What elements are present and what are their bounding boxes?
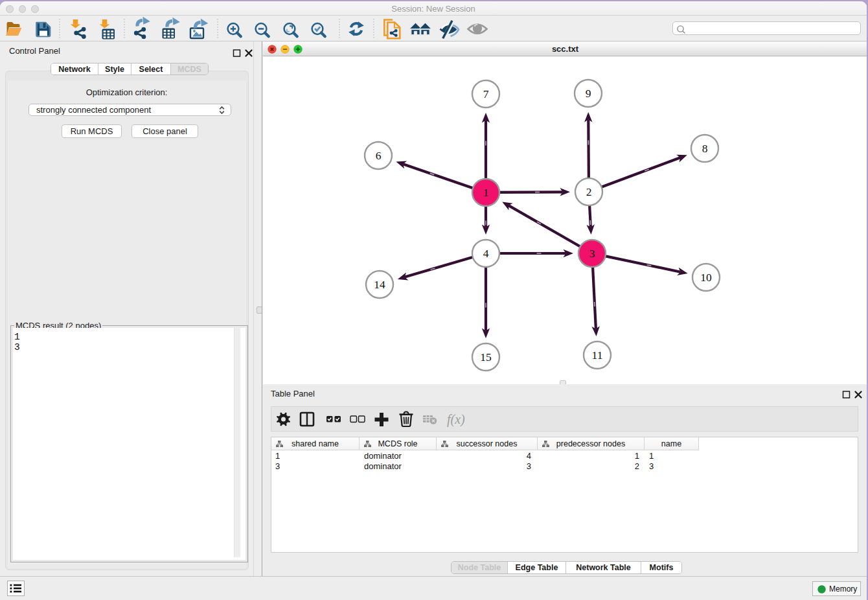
svg-text:8: 8 bbox=[702, 142, 708, 155]
svg-text:11: 11 bbox=[592, 349, 603, 362]
svg-text:1: 1 bbox=[483, 186, 489, 199]
svg-text:9: 9 bbox=[586, 87, 591, 100]
svg-text:2: 2 bbox=[586, 185, 592, 198]
svg-text:14: 14 bbox=[374, 278, 385, 291]
svg-text:4: 4 bbox=[483, 247, 489, 260]
svg-text:15: 15 bbox=[480, 351, 492, 363]
svg-text:3: 3 bbox=[589, 247, 595, 260]
svg-text:7: 7 bbox=[483, 87, 489, 100]
svg-text:f(x): f(x) bbox=[447, 412, 465, 427]
svg-text:6: 6 bbox=[376, 149, 382, 162]
svg-text:10: 10 bbox=[700, 271, 712, 284]
